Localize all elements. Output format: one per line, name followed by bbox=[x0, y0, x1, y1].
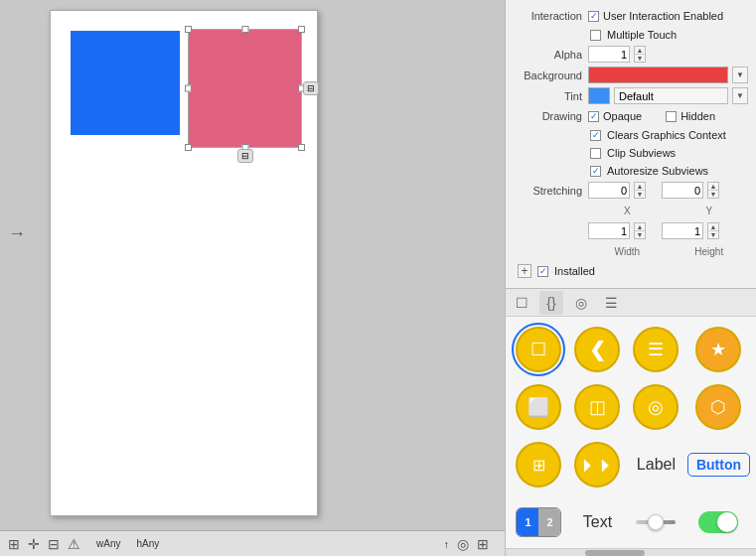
tint-color-swatch[interactable] bbox=[588, 87, 610, 104]
properties-panel: Interaction User Interaction Enabled Mul… bbox=[506, 0, 756, 288]
alpha-label: Alpha bbox=[514, 49, 588, 61]
autoresize-row: Autoresize Subviews bbox=[506, 162, 756, 180]
alpha-stepper-up[interactable]: ▲ bbox=[635, 47, 645, 55]
layout-icon[interactable]: ⊞ bbox=[8, 536, 20, 552]
clip-subviews-row: Clip Subviews bbox=[506, 144, 756, 162]
wh-label-row: Width Height bbox=[506, 241, 756, 261]
clears-graphics-checkbox[interactable] bbox=[590, 130, 601, 141]
widget-table[interactable]: ☰ bbox=[629, 323, 683, 376]
handle-tm bbox=[241, 26, 248, 33]
interaction-row: Interaction User Interaction Enabled bbox=[506, 6, 756, 26]
width-stepper[interactable]: ▲ ▼ bbox=[634, 222, 646, 239]
toggle-knob bbox=[717, 512, 737, 532]
width-input[interactable]: 1 bbox=[588, 222, 630, 239]
interaction-value: User Interaction Enabled bbox=[588, 10, 748, 22]
background-color-swatch[interactable] bbox=[588, 67, 728, 83]
autoresize-checkbox[interactable] bbox=[590, 166, 601, 177]
height-down[interactable]: ▼ bbox=[708, 231, 718, 238]
add-button[interactable]: + bbox=[518, 264, 531, 278]
widget-pickerview[interactable]: ◫ bbox=[570, 380, 625, 434]
tab-bar: ☐ {} ◎ ☰ bbox=[506, 289, 756, 317]
drawing-value: Opaque Hidden bbox=[588, 110, 748, 122]
tab-view-icon[interactable]: ☐ bbox=[510, 291, 533, 315]
stretch-y-input[interactable]: 0 bbox=[662, 182, 703, 199]
stretch-y-up[interactable]: ▲ bbox=[708, 183, 718, 191]
widget-grid-view[interactable]: ⊞ bbox=[512, 438, 566, 491]
widget-slider[interactable] bbox=[629, 495, 683, 548]
widget-chevron[interactable]: ❮ bbox=[570, 323, 625, 376]
xy-label-row: X Y bbox=[506, 201, 756, 220]
alpha-stepper-down[interactable]: ▼ bbox=[635, 55, 645, 62]
handle-bl bbox=[185, 144, 192, 151]
imageview-icon: ⬜ bbox=[516, 384, 561, 430]
issue-icon[interactable]: ⚠ bbox=[68, 536, 80, 552]
stretch-x-down[interactable]: ▼ bbox=[635, 191, 645, 198]
user-interaction-checkbox[interactable] bbox=[588, 11, 599, 22]
pin-icon[interactable]: ✛ bbox=[28, 536, 40, 552]
widget-button[interactable]: Button bbox=[687, 438, 750, 491]
constraint-badge-bottom: ⊟ bbox=[237, 149, 253, 163]
height-number: 1 bbox=[694, 225, 700, 237]
pink-rectangle[interactable]: ⊟ ⊟ bbox=[188, 29, 302, 148]
widget-imageview[interactable]: ⬜ bbox=[512, 380, 566, 434]
width-up[interactable]: ▲ bbox=[635, 223, 645, 231]
handle-br bbox=[298, 144, 305, 151]
toggle-preview bbox=[698, 511, 738, 533]
y-label: Y bbox=[682, 206, 736, 216]
layout2-icon[interactable]: ◎ bbox=[457, 536, 469, 552]
widget-map[interactable]: ◎ bbox=[629, 380, 683, 434]
stretch-x-up[interactable]: ▲ bbox=[635, 183, 645, 191]
tint-label: Tint bbox=[514, 90, 588, 102]
installed-checkbox[interactable] bbox=[537, 266, 548, 277]
stretch-y-down[interactable]: ▼ bbox=[708, 191, 718, 198]
grid-icon[interactable]: ⊞ bbox=[477, 536, 489, 552]
autoresize-label: Autoresize Subviews bbox=[607, 165, 708, 177]
wh-labels: Width Height bbox=[588, 246, 748, 257]
height-input[interactable]: 1 bbox=[662, 222, 703, 239]
collection-icon: ★ bbox=[695, 327, 741, 372]
clip-subviews-label: Clip Subviews bbox=[607, 147, 676, 159]
tint-select[interactable]: Default bbox=[614, 87, 728, 104]
align-icon[interactable]: ⊟ bbox=[48, 536, 60, 552]
stretch-y-stepper[interactable]: ▲ ▼ bbox=[707, 182, 719, 199]
blue-rectangle[interactable] bbox=[71, 31, 180, 135]
alpha-stepper[interactable]: ▲ ▼ bbox=[634, 46, 646, 63]
widget-3d[interactable]: ⬡ bbox=[687, 380, 750, 434]
h-label: hAny bbox=[136, 538, 159, 549]
tab-list-icon[interactable]: ☰ bbox=[599, 291, 623, 315]
opaque-checkbox[interactable] bbox=[588, 111, 599, 122]
stretch-x-stepper[interactable]: ▲ ▼ bbox=[634, 182, 646, 199]
multiple-touch-checkbox[interactable] bbox=[590, 30, 601, 41]
background-label: Background bbox=[514, 70, 588, 81]
clip-subviews-checkbox[interactable] bbox=[590, 148, 601, 159]
handle-tl bbox=[185, 26, 192, 33]
widget-segmented[interactable]: 1 2 bbox=[512, 495, 566, 548]
height-up[interactable]: ▲ bbox=[708, 223, 718, 231]
tab-circle-icon[interactable]: ◎ bbox=[569, 291, 593, 315]
panel-scrollbar[interactable] bbox=[506, 548, 756, 556]
handle-tr bbox=[298, 26, 305, 33]
canvas-paper: ⊟ ⊟ bbox=[50, 10, 318, 516]
height-stepper[interactable]: ▲ ▼ bbox=[707, 222, 719, 239]
segmented-widget: 1 2 bbox=[516, 507, 561, 537]
slider-knob bbox=[648, 514, 664, 530]
background-dropdown[interactable]: ▼ bbox=[732, 67, 748, 83]
widget-toggle[interactable] bbox=[687, 495, 750, 548]
stretch-y-number: 0 bbox=[694, 185, 700, 197]
hidden-checkbox[interactable] bbox=[666, 111, 677, 122]
arrow-indicator: → bbox=[8, 223, 26, 244]
widget-media[interactable]: ⏵⏵ bbox=[570, 438, 625, 491]
alpha-input[interactable]: 1 bbox=[588, 46, 630, 63]
right-panel: Interaction User Interaction Enabled Mul… bbox=[505, 0, 756, 556]
drawing-label: Drawing bbox=[514, 110, 588, 122]
widget-view[interactable]: ☐ bbox=[512, 323, 566, 376]
scroll-thumb bbox=[585, 550, 645, 556]
widget-label[interactable]: Label bbox=[629, 438, 683, 491]
stretch-x-input[interactable]: 0 bbox=[588, 182, 630, 199]
tab-code-icon[interactable]: {} bbox=[539, 291, 563, 315]
width-down[interactable]: ▼ bbox=[635, 231, 645, 238]
widget-text[interactable]: Text bbox=[570, 495, 625, 548]
tint-dropdown[interactable]: ▼ bbox=[732, 87, 748, 104]
bottom-bar: ⊞ ✛ ⊟ ⚠ wAny hAny ⊞ ◎ ↑ bbox=[0, 530, 505, 556]
widget-collection[interactable]: ★ bbox=[687, 323, 750, 376]
